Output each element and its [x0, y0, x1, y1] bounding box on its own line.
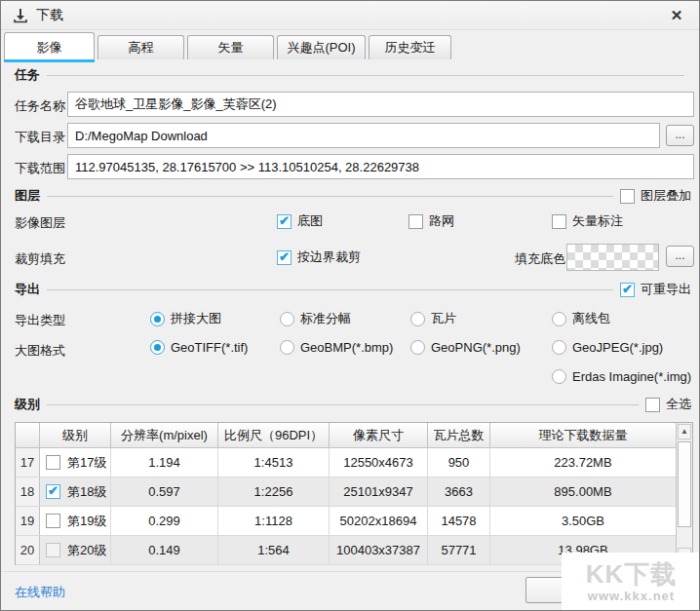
tab-image[interactable]: 影像 [4, 32, 95, 59]
header-data-volume[interactable]: 理论下载数据量 [490, 423, 676, 448]
section-export-title: 导出 [15, 281, 40, 298]
reexport-checkbox[interactable] [620, 283, 635, 297]
table-row-level-17[interactable]: 17 第17级 1.194 1:4513 12550x4673 950 223.… [16, 448, 676, 477]
divider [47, 404, 639, 405]
level-label: 第17级 [67, 454, 106, 472]
geojpeg-label: GeoJPEG(*.jpg) [572, 340, 663, 355]
tab-vector[interactable]: 矢量 [187, 35, 274, 59]
download-icon [13, 8, 28, 23]
resolution-cell: 0.299 [111, 507, 218, 536]
pixel-size-cell: 50202x18694 [330, 507, 428, 536]
row-number: 19 [16, 507, 40, 536]
roadnet-label: 路网 [429, 212, 454, 230]
download-range-input[interactable] [67, 154, 694, 179]
offline-package-label: 离线包 [572, 310, 610, 327]
levels-table: 级别 分辨率(m/pixel) 比例尺（96DPI） 像素尺寸 瓦片总数 理论下… [15, 422, 693, 565]
row-number: 18 [16, 477, 40, 507]
fill-color-swatch[interactable] [566, 244, 659, 271]
header-scale[interactable]: 比例尺（96DPI） [218, 423, 330, 448]
tab-history[interactable]: 历史变迁 [369, 35, 451, 59]
level-17-checkbox[interactable] [46, 455, 60, 470]
level-18-checkbox[interactable] [46, 484, 60, 499]
layer-overlay-checkbox[interactable] [620, 189, 635, 204]
export-type-offline-package[interactable]: 离线包 [552, 310, 610, 327]
tile-count-cell: 57771 [428, 536, 490, 565]
erdas-radio[interactable] [552, 369, 566, 384]
export-type-tiles[interactable]: 瓦片 [410, 310, 456, 327]
geopng-radio[interactable] [410, 340, 425, 355]
header-pixel-size[interactable]: 像素尺寸 [330, 423, 428, 448]
level-cell: 第19级 [40, 507, 111, 536]
section-layer: 图层 图层叠加 [15, 188, 691, 204]
geotiff-label: GeoTIFF(*.tif) [171, 340, 248, 355]
roadnet-option[interactable]: 路网 [408, 212, 454, 230]
tab-poi[interactable]: 兴趣点(POI) [277, 35, 366, 59]
download-range-label: 下载范围 [15, 160, 65, 177]
section-level: 级别 全选 [15, 397, 691, 412]
erdas-label: Erdas Imagine(*.img) [572, 369, 691, 384]
vector-annotation-option[interactable]: 矢量标注 [552, 212, 623, 230]
export-type-standard-sheet[interactable]: 标准分幅 [280, 310, 351, 327]
tile-count-cell: 950 [428, 448, 490, 477]
level-cell: 第18级 [40, 477, 111, 507]
level-20-checkbox[interactable] [46, 543, 60, 557]
task-name-input[interactable] [67, 92, 694, 117]
pixel-size-cell: 12550x4673 [330, 448, 428, 477]
format-geopng[interactable]: GeoPNG(*.png) [410, 340, 521, 355]
export-type-mosaic[interactable]: 拼接大图 [150, 310, 221, 327]
resolution-cell: 1.194 [111, 448, 218, 477]
mosaic-label: 拼接大图 [171, 310, 221, 327]
format-geojpeg[interactable]: GeoJPEG(*.jpg) [552, 340, 663, 355]
pixel-size-cell: 25101x9347 [330, 477, 428, 507]
window-title: 下载 [36, 7, 63, 24]
scale-cell: 1:4513 [218, 448, 330, 477]
header-level[interactable]: 级别 [40, 423, 111, 448]
image-format-label: 大图格式 [15, 342, 65, 360]
geojpeg-radio[interactable] [552, 340, 566, 355]
scrollbar-thumb[interactable] [678, 441, 691, 527]
tiles-radio[interactable] [410, 312, 425, 326]
basemap-checkbox[interactable] [277, 214, 292, 229]
format-geotiff[interactable]: GeoTIFF(*.tif) [150, 340, 248, 355]
online-help-link[interactable]: 在线帮助 [15, 584, 65, 601]
close-icon[interactable]: ✕ [666, 7, 687, 24]
divider [47, 75, 684, 76]
level-label: 第19级 [67, 513, 106, 530]
level-cell: 第17级 [40, 448, 111, 477]
select-all-checkbox[interactable] [645, 398, 660, 412]
vector-annotation-checkbox[interactable] [552, 214, 566, 229]
offline-package-radio[interactable] [552, 312, 566, 326]
export-type-label: 导出类型 [15, 312, 65, 329]
resolution-cell: 0.597 [111, 477, 218, 507]
table-scrollbar[interactable]: ▲ ▼ [676, 423, 692, 564]
level-19-checkbox[interactable] [46, 514, 60, 528]
level-label: 第20级 [67, 542, 106, 559]
mosaic-radio[interactable] [150, 312, 165, 326]
vector-annotation-label: 矢量标注 [572, 212, 623, 230]
fill-color-browse-button[interactable]: ... [666, 246, 694, 267]
data-volume-cell: 223.72MB [490, 448, 676, 477]
geobmp-radio[interactable] [280, 340, 294, 355]
table-row-level-18[interactable]: 18 第18级 0.597 1:2256 25101x9347 3663 895… [16, 477, 676, 507]
tab-elevation[interactable]: 高程 [97, 35, 184, 59]
watermark: KK下载 www.kkx.net [562, 553, 700, 611]
crop-by-boundary-option[interactable]: 按边界裁剪 [277, 248, 361, 266]
header-resolution[interactable]: 分辨率(m/pixel) [111, 423, 218, 448]
standard-sheet-radio[interactable] [280, 312, 294, 326]
data-volume-cell: 3.50GB [490, 507, 676, 536]
row-number: 20 [16, 536, 40, 565]
browse-dir-button[interactable]: ... [666, 125, 694, 146]
header-tile-count[interactable]: 瓦片总数 [428, 423, 490, 448]
download-dir-input[interactable] [67, 123, 660, 148]
format-geobmp[interactable]: GeoBMP(*.bmp) [280, 340, 393, 355]
select-all-label: 全选 [666, 396, 691, 413]
crop-by-boundary-checkbox[interactable] [277, 250, 292, 265]
format-erdas[interactable]: Erdas Imagine(*.img) [552, 369, 691, 384]
basemap-option[interactable]: 底图 [277, 212, 323, 230]
crop-fill-label: 裁剪填充 [15, 250, 65, 268]
scroll-up-icon[interactable]: ▲ [678, 424, 691, 439]
table-row-level-19[interactable]: 19 第19级 0.299 1:1128 50202x18694 14578 3… [16, 507, 676, 536]
section-layer-title: 图层 [15, 187, 40, 205]
geotiff-radio[interactable] [150, 340, 165, 355]
roadnet-checkbox[interactable] [408, 214, 423, 229]
